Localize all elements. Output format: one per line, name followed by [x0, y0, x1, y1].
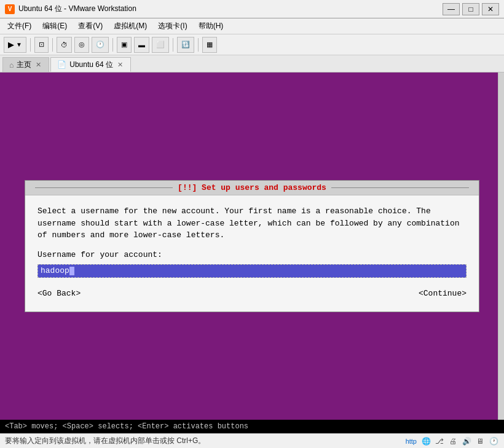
snapshot-button[interactable]: ⏱ — [57, 37, 72, 53]
send-ctrl-alt-del-button[interactable]: ⊡ — [34, 37, 49, 53]
dialog-title-text: [!!] Set up users and passwords — [178, 183, 326, 192]
input-cursor — [69, 267, 74, 275]
go-back-button[interactable]: <Go Back> — [37, 288, 81, 299]
right-scrollbar[interactable] — [498, 73, 504, 420]
play-dropdown-icon: ▼ — [16, 41, 22, 48]
vm-display-area[interactable]: [!!] Set up users and passwords Select a… — [0, 73, 504, 420]
toolbar-separator-2 — [52, 38, 53, 52]
menu-bar: 文件(F) 编辑(E) 查看(V) 虚拟机(M) 选项卡(I) 帮助(H) — [0, 18, 504, 34]
play-button[interactable]: ▶ ▼ — [4, 37, 26, 53]
revert-button[interactable]: ◎ — [74, 37, 89, 53]
fullscreen-icon: ▬ — [138, 41, 145, 49]
tab-home-close[interactable]: ✕ — [34, 61, 42, 69]
bottom-status-text: 要将输入定向到该虚拟机，请在虚拟机内部单击或按 Ctrl+G。 — [5, 436, 402, 446]
vm-tab-icon: 📄 — [57, 60, 66, 69]
home-icon: ⌂ — [9, 61, 14, 69]
manage-snapshots-button[interactable]: 🕐 — [92, 37, 109, 53]
snapshot-icon: ⏱ — [61, 41, 68, 49]
manage-snapshots-icon: 🕐 — [96, 41, 104, 49]
toolbar: ▶ ▼ ⊡ ⏱ ◎ 🕐 ▣ ▬ ⬜ 🔃 ▦ — [0, 34, 504, 55]
menu-vm[interactable]: 虚拟机(M) — [109, 20, 152, 33]
tab-vm-label: Ubuntu 64 位 — [69, 60, 113, 70]
tab-vm[interactable]: 📄 Ubuntu 64 位 ✕ — [50, 57, 131, 72]
menu-help[interactable]: 帮助(H) — [194, 20, 229, 33]
dialog-buttons: <Go Back> <Continue> — [37, 288, 467, 302]
title-bar: V Ubuntu 64 位 - VMware Workstation — □ ✕ — [0, 0, 504, 18]
close-button[interactable]: ✕ — [482, 3, 499, 15]
continue-button[interactable]: <Continue> — [419, 288, 467, 299]
username-input-value: hadoop — [41, 265, 69, 277]
menu-tabs[interactable]: 选项卡(I) — [153, 20, 192, 33]
username-label: Username for your account: — [37, 249, 467, 261]
toolbar-separator-1 — [30, 38, 31, 52]
description-line2: username should start with a lower-case … — [37, 218, 467, 230]
revert-icon: ◎ — [79, 41, 85, 49]
usb-icon: ⎇ — [434, 436, 445, 446]
tab-vm-close[interactable]: ✕ — [116, 61, 124, 69]
fit-guest-icon: ▣ — [121, 41, 127, 49]
toolbar-separator-5 — [198, 38, 199, 52]
dialog-title-bar: [!!] Set up users and passwords — [25, 181, 479, 195]
window-title: Ubuntu 64 位 - VMware Workstation — [18, 4, 443, 14]
maximize-button[interactable]: □ — [462, 3, 479, 15]
menu-view[interactable]: 查看(V) — [73, 20, 108, 33]
menu-edit[interactable]: 编辑(E) — [37, 20, 72, 33]
ctrl-alt-del-icon: ⊡ — [39, 41, 44, 49]
tab-home[interactable]: ⌂ 主页 ✕ — [2, 57, 49, 72]
window-controls: — □ ✕ — [443, 3, 499, 15]
tab-bar: ⌂ 主页 ✕ 📄 Ubuntu 64 位 ✕ — [0, 55, 504, 73]
fullscreen-button[interactable]: ▬ — [134, 37, 149, 53]
toolbar-separator-4 — [173, 38, 173, 52]
settings-icon: ▦ — [207, 41, 213, 49]
print-icon: 🖨 — [447, 436, 459, 446]
minimize-button[interactable]: — — [443, 3, 460, 15]
dialog-body: Select a username for the new account. Y… — [25, 195, 479, 312]
tab-home-label: 主页 — [17, 60, 31, 70]
bottom-icons: 🌐 ⎇ 🖨 🔊 🖥 🕐 — [420, 436, 499, 446]
status-bar-text: <Tab> moves; <Space> selects; <Enter> ac… — [5, 422, 499, 431]
unity-icon: ⬜ — [156, 41, 165, 49]
dialog-description: Select a username for the new account. Y… — [37, 205, 467, 242]
fit-guest-button[interactable]: ▣ — [117, 37, 132, 53]
sound-icon: 🔊 — [461, 436, 472, 446]
username-input-field[interactable]: hadoop — [37, 264, 467, 278]
app-icon: V — [5, 4, 15, 14]
refresh-button[interactable]: 🔃 — [177, 37, 194, 53]
play-icon: ▶ — [8, 40, 14, 49]
vm-status-bar: <Tab> moves; <Space> selects; <Enter> ac… — [0, 420, 504, 433]
unity-button[interactable]: ⬜ — [152, 37, 169, 53]
settings-button[interactable]: ▦ — [202, 37, 217, 53]
monitor-icon: 🖥 — [474, 436, 486, 446]
network-icon: 🌐 — [420, 436, 431, 446]
toolbar-separator-3 — [112, 38, 113, 52]
clock-icon: 🕐 — [488, 436, 499, 446]
menu-file[interactable]: 文件(F) — [2, 20, 36, 33]
description-line3: of numbers and more lower-case letters. — [37, 229, 467, 242]
bottom-url-text: http — [406, 438, 417, 445]
setup-dialog: [!!] Set up users and passwords Select a… — [25, 180, 479, 312]
description-line1: Select a username for the new account. Y… — [37, 205, 467, 218]
refresh-icon: 🔃 — [181, 41, 190, 49]
bottom-bar: 要将输入定向到该虚拟机，请在虚拟机内部单击或按 Ctrl+G。 http 🌐 ⎇… — [0, 433, 504, 448]
